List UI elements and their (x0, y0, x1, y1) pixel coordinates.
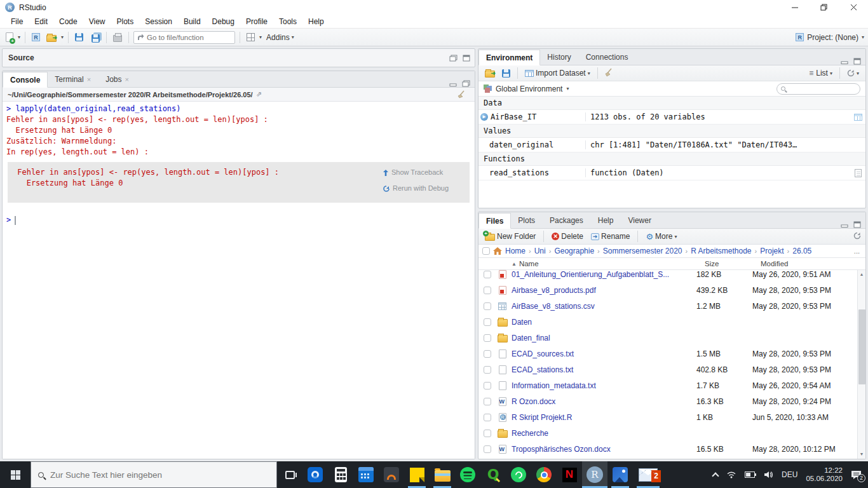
pane-layout-dropdown[interactable]: ▾ (259, 34, 262, 40)
pane-maximize-button[interactable] (853, 221, 861, 228)
file-row[interactable]: ECAD_stations.txt402.8 KBMay 28, 2020, 9… (478, 362, 857, 377)
language-indicator[interactable]: DEU (782, 470, 797, 479)
show-traceback-button[interactable]: Show Traceback (383, 167, 465, 178)
file-name-link[interactable]: Recherche (512, 429, 696, 438)
minimize-button[interactable] (780, 0, 810, 15)
function-view-icon[interactable] (855, 169, 862, 177)
menu-plots[interactable]: Plots (111, 15, 140, 28)
file-name-link[interactable]: AirBase_v8_stations.csv (512, 302, 696, 311)
environment-search-input[interactable] (788, 85, 851, 93)
new-file-button[interactable]: + (4, 31, 15, 43)
menu-code[interactable]: Code (53, 15, 83, 28)
global-environment-selector[interactable]: Global Environment (496, 85, 562, 93)
file-name-link[interactable]: ECAD_sources.txt (512, 349, 696, 358)
tab-console[interactable]: Console (3, 72, 48, 88)
breadcrumb-projekt[interactable]: Projekt (760, 247, 783, 255)
tray-expand-icon[interactable] (712, 472, 719, 479)
menu-file[interactable]: File (5, 15, 29, 28)
delete-button[interactable]: ✕ Delete (550, 231, 585, 242)
global-environment-dropdown[interactable]: ▾ (566, 86, 569, 92)
taskbar-openvpn-button[interactable] (379, 461, 404, 488)
addins-button[interactable]: Addins ▾ (264, 32, 296, 43)
open-file-dropdown[interactable]: ▾ (61, 34, 64, 40)
environment-search-box[interactable] (776, 83, 860, 95)
breadcrumb-uni[interactable]: Uni (534, 247, 546, 255)
project-selector[interactable]: R Project: (None) ▾ (796, 33, 864, 42)
file-row[interactable]: Troposphärisches Ozon.docx16.5 KBMay 28,… (478, 441, 857, 457)
tab-files[interactable]: Files (478, 213, 511, 229)
tab-jobs[interactable]: Jobs× (98, 71, 137, 87)
taskbar-rstudio-button[interactable]: R (582, 461, 607, 488)
more-button[interactable]: ⚙ More ▾ (644, 231, 679, 243)
file-row[interactable]: Daten_final (478, 330, 857, 346)
file-row[interactable]: R Ozon.docx16.3 KBMay 28, 2020, 9:24 PM (478, 393, 857, 409)
close-button[interactable] (839, 0, 868, 15)
file-checkbox[interactable] (484, 287, 491, 294)
new-folder-button[interactable]: + New Folder (483, 231, 538, 242)
env-list-view-button[interactable]: ≡ List ▾ (807, 67, 834, 79)
files-refresh-button[interactable] (853, 232, 861, 241)
taskbar-search-box[interactable] (31, 461, 277, 488)
close-icon[interactable]: × (125, 76, 129, 83)
menu-help[interactable]: Help (302, 15, 330, 28)
taskbar-search-input[interactable] (50, 470, 254, 480)
environment-object-row[interactable]: ▶AirBase_IT1213 obs. of 20 variables (478, 110, 865, 125)
taskbar-calculator-button[interactable] (328, 461, 353, 488)
clear-console-button[interactable] (456, 90, 465, 98)
env-save-workspace-button[interactable] (500, 68, 512, 79)
select-all-checkbox[interactable] (482, 247, 490, 255)
tab-plots[interactable]: Plots (511, 212, 543, 228)
goto-file-box[interactable] (133, 31, 235, 44)
volume-icon[interactable] (764, 471, 773, 478)
action-center-button[interactable]: 2 (851, 470, 862, 480)
menu-profile[interactable]: Profile (240, 15, 273, 28)
restore-button[interactable] (810, 0, 839, 15)
file-checkbox[interactable] (484, 271, 491, 278)
rename-button[interactable]: ➜ Rename (589, 231, 632, 242)
print-button[interactable] (111, 32, 124, 43)
menu-edit[interactable]: Edit (29, 15, 53, 28)
taskbar-qgis-button[interactable]: Q (480, 461, 506, 488)
file-checkbox[interactable] (484, 334, 491, 342)
taskbar-stickynotes-button[interactable] (404, 461, 430, 488)
pane-minimize-button[interactable] (841, 221, 848, 228)
file-name-link[interactable]: Daten_final (512, 334, 696, 342)
taskbar-spotify-button[interactable] (455, 461, 480, 488)
goto-directory-icon[interactable]: ⇗ (256, 90, 262, 98)
file-row[interactable]: R Skript Projekt.R1 KBJun 5, 2020, 10:33… (478, 409, 857, 425)
console-output[interactable]: > lapply(daten_original,read_stations)Fe… (3, 102, 475, 459)
battery-icon[interactable] (745, 471, 756, 478)
file-name-link[interactable]: R Ozon.docx (512, 397, 696, 406)
taskbar-netflix-button[interactable]: N (557, 461, 582, 488)
breadcrumb-geographie[interactable]: Geographie (554, 247, 594, 255)
file-checkbox[interactable] (484, 302, 491, 310)
file-name-link[interactable]: Airbase_v8_products.pdf (512, 286, 696, 295)
menu-build[interactable]: Build (178, 15, 207, 28)
home-icon[interactable] (493, 247, 502, 255)
file-name-link[interactable]: ECAD_stations.txt (512, 365, 696, 374)
file-name-link[interactable]: Daten (512, 318, 696, 327)
source-restore-button[interactable] (449, 55, 458, 62)
rerun-with-debug-button[interactable]: Rerun with Debug (383, 183, 465, 194)
file-checkbox[interactable] (484, 398, 491, 405)
tab-connections[interactable]: Connections (579, 49, 636, 65)
environment-object-row[interactable]: read_stationsfunction (Daten) (478, 166, 865, 180)
wifi-icon[interactable] (726, 471, 736, 478)
expand-arrow-icon[interactable]: ▶ (480, 113, 488, 121)
file-checkbox[interactable] (484, 366, 491, 374)
file-row[interactable]: AirBase_v8_stations.csv1.2 MBMay 28, 202… (478, 298, 857, 314)
tab-help[interactable]: Help (591, 212, 621, 228)
file-checkbox[interactable] (484, 350, 491, 358)
taskbar-taskview-button[interactable] (277, 461, 302, 488)
column-name[interactable]: ▲ Name (512, 260, 705, 268)
file-row[interactable]: ECAD_sources.txt1.5 MBMay 28, 2020, 9:53… (478, 346, 857, 362)
breadcrumb-r-arbeitsmethode[interactable]: R Arbeitsmethode (691, 247, 751, 255)
file-checkbox[interactable] (484, 430, 491, 437)
file-row[interactable]: Recherche (478, 425, 857, 441)
menu-view[interactable]: View (83, 15, 111, 28)
env-load-workspace-button[interactable]: ➜ (483, 67, 497, 79)
taskbar-mail-button[interactable]: 2 (633, 461, 663, 488)
menu-tools[interactable]: Tools (273, 15, 302, 28)
taskbar-chrome-button[interactable] (531, 461, 557, 488)
new-file-dropdown[interactable]: ▾ (18, 34, 20, 40)
